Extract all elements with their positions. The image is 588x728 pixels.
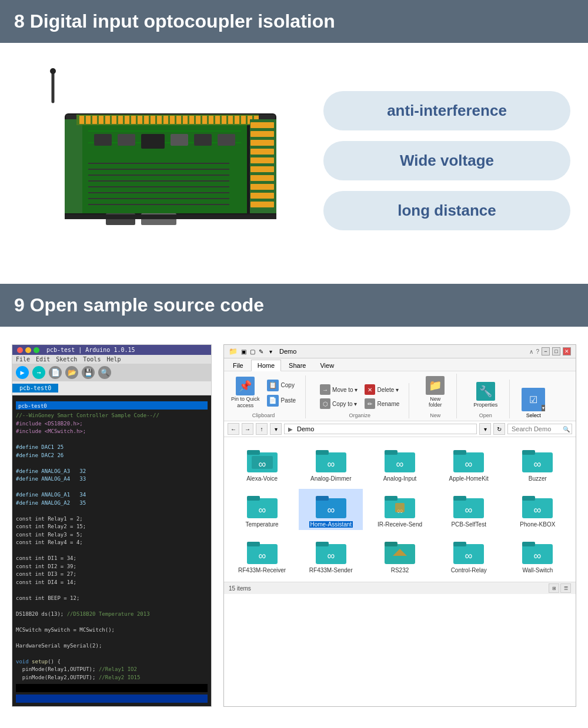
svg-rect-98 xyxy=(247,542,260,546)
open-btn[interactable]: 📂 xyxy=(65,366,78,379)
new-folder-icon: 📁 xyxy=(426,376,445,395)
recent-btn[interactable]: ▾ xyxy=(270,423,282,435)
serial-btn[interactable]: 🔍 xyxy=(98,366,111,379)
copy-to-btn[interactable]: ⬡ Copy to ▾ xyxy=(318,397,360,410)
grid-view-btn[interactable]: ⊞ xyxy=(549,583,559,593)
save-btn[interactable]: 💾 xyxy=(82,366,95,379)
code-line-21: HardwareSerial mySerial(2); xyxy=(16,642,208,650)
file-item-buzzer[interactable]: ∞ Buzzer xyxy=(506,443,570,484)
svg-point-1 xyxy=(50,68,56,74)
code-line-5: #define DAC2 26 xyxy=(16,452,208,460)
menu-edit[interactable]: Edit xyxy=(36,356,50,363)
restore-window-btn[interactable]: □ xyxy=(552,347,560,355)
tab-share[interactable]: Share xyxy=(282,360,312,371)
svg-rect-56 xyxy=(65,214,276,219)
svg-rect-15 xyxy=(138,116,142,124)
svg-rect-11 xyxy=(112,116,116,124)
menu-help[interactable]: Help xyxy=(106,356,121,363)
file-item-wall-switch[interactable]: ∞ Wall-Switch xyxy=(506,535,570,576)
arduino-toolbar: ▶ → 📄 📂 💾 🔍 xyxy=(12,364,211,381)
file-item-rf433m-sender[interactable]: ∞ RF433M-Sender xyxy=(299,535,363,576)
svg-rect-14 xyxy=(131,116,136,124)
new-folder-btn[interactable]: 📁 Newfolder xyxy=(421,374,449,410)
file-item-alexa-voice[interactable]: ∞ Alexa-Voice xyxy=(230,443,294,484)
tab-home[interactable]: Home xyxy=(251,360,281,371)
move-to-btn[interactable]: → Move to ▾ xyxy=(318,383,360,396)
file-item-temperature[interactable]: ∞ Temperature xyxy=(230,489,294,530)
svg-rect-95 xyxy=(522,496,535,501)
forward-btn[interactable]: → xyxy=(242,423,253,435)
copy-to-label: Copy to ▾ xyxy=(332,401,357,407)
verify-btn[interactable]: ▶ xyxy=(16,366,29,379)
select-btn[interactable]: ☑ ▾ xyxy=(522,388,545,411)
device-image xyxy=(18,66,300,254)
properties-btn[interactable]: 🔧 Properties xyxy=(469,380,502,410)
file-item-rf433m-receiver[interactable]: ∞ RF433M-Receiver xyxy=(230,535,294,576)
back-btn[interactable]: ← xyxy=(228,423,239,435)
svg-rect-39 xyxy=(250,157,274,163)
file-item-analog-dimmer[interactable]: ∞ Analog-Dimmer xyxy=(299,443,363,484)
svg-text:∞: ∞ xyxy=(327,504,335,516)
minimize-btn[interactable] xyxy=(25,347,31,353)
code-line-23: pinMode(Relay1,OUTPUT); //Relay1 IO2 xyxy=(16,666,208,674)
file-label-phone: Phone-KBOX xyxy=(520,521,555,528)
file-item-analog-input[interactable]: ∞ Analog-Input xyxy=(368,443,432,484)
open-label: Open xyxy=(479,412,492,418)
svg-rect-12 xyxy=(118,116,123,124)
open-group: 🔧 Properties Open xyxy=(469,380,510,418)
code-line-20: MCSwitch mySwitch = MCSwitch(); xyxy=(16,626,208,635)
minimize-window-btn[interactable]: − xyxy=(542,347,550,355)
arduino-tab[interactable]: pcb-test0 xyxy=(12,384,58,392)
new-btn[interactable]: 📄 xyxy=(49,366,62,379)
file-label-alexa: Alexa-Voice xyxy=(246,475,278,482)
paste-btn[interactable]: 📄 Paste xyxy=(265,394,299,408)
svg-rect-79 xyxy=(522,450,535,455)
delete-btn[interactable]: ✕ Delete ▾ xyxy=(362,383,402,396)
pin-to-quick-access-btn[interactable]: 📌 Pin to Quickaccess xyxy=(229,375,262,410)
tab-file[interactable]: File xyxy=(226,360,250,371)
up-btn[interactable]: ↑ xyxy=(256,423,268,435)
svg-rect-85 xyxy=(316,496,329,501)
properties-label: Properties xyxy=(473,402,497,408)
file-item-phone-kbox[interactable]: ∞ Phone-KBOX xyxy=(506,489,570,530)
folder-icon-apple-homekit: ∞ xyxy=(452,445,485,474)
refresh-btn[interactable]: ↻ xyxy=(493,423,505,435)
upload-btn[interactable]: → xyxy=(32,366,45,379)
file-item-home-assistant[interactable]: ∞ Home-Assistant xyxy=(299,489,363,530)
refresh-dropdown-btn[interactable]: ▾ xyxy=(479,423,491,435)
section8-title: 8 Digital input optocoupler isolation xyxy=(14,11,335,32)
close-btn[interactable] xyxy=(17,347,23,353)
menu-tools[interactable]: Tools xyxy=(83,356,101,363)
file-item-pcb-selftest[interactable]: ∞ PCB-SelfTest xyxy=(437,489,501,530)
svg-rect-36 xyxy=(250,131,274,137)
address-path[interactable]: ▶ Demo xyxy=(284,424,477,434)
file-label-home-assistant: Home-Assistant xyxy=(309,521,353,528)
file-item-apple-homekit[interactable]: ∞ Apple-HomeKit xyxy=(437,443,501,484)
close-window-btn[interactable]: ✕ xyxy=(563,347,571,355)
file-item-control-relay[interactable]: ∞ Control-Relay xyxy=(437,535,501,576)
tab-view[interactable]: View xyxy=(313,360,340,371)
rename-btn[interactable]: ✏ Rename xyxy=(362,397,402,410)
file-item-ir-receive-send[interactable]: ∞ IR-Receive-Send xyxy=(368,489,432,530)
code-line-2: #include <DS18B20.h>; xyxy=(16,420,208,428)
code-line-8: #define ANALOG_A1 34 xyxy=(16,491,208,499)
svg-text:∞: ∞ xyxy=(327,550,335,562)
menu-file[interactable]: File xyxy=(16,356,30,363)
arduino-code-editor[interactable]: pcb-test0 //--WinGoney Smart Controller … xyxy=(12,395,211,706)
folder-icon-ir: ∞ xyxy=(383,491,416,519)
svg-rect-27 xyxy=(215,116,220,124)
file-item-rs232[interactable]: RS232 xyxy=(368,535,432,576)
code-line-24: pinMode(Relay2,OUTPUT); //Relay2 IO15 xyxy=(16,674,208,682)
menu-sketch[interactable]: Sketch xyxy=(56,356,77,363)
svg-rect-43 xyxy=(250,193,274,199)
svg-text:∞: ∞ xyxy=(534,550,542,562)
svg-rect-66 xyxy=(247,450,260,455)
svg-rect-4 xyxy=(65,119,82,213)
svg-rect-30 xyxy=(235,116,239,124)
file-label-buzzer: Buzzer xyxy=(529,475,547,482)
list-view-btn[interactable]: ☰ xyxy=(560,583,571,593)
copy-btn[interactable]: 📋 Copy xyxy=(265,378,299,392)
clipboard-label: Clipboard xyxy=(252,412,275,418)
maximize-btn[interactable] xyxy=(34,347,39,353)
select-label: Select xyxy=(526,412,541,418)
